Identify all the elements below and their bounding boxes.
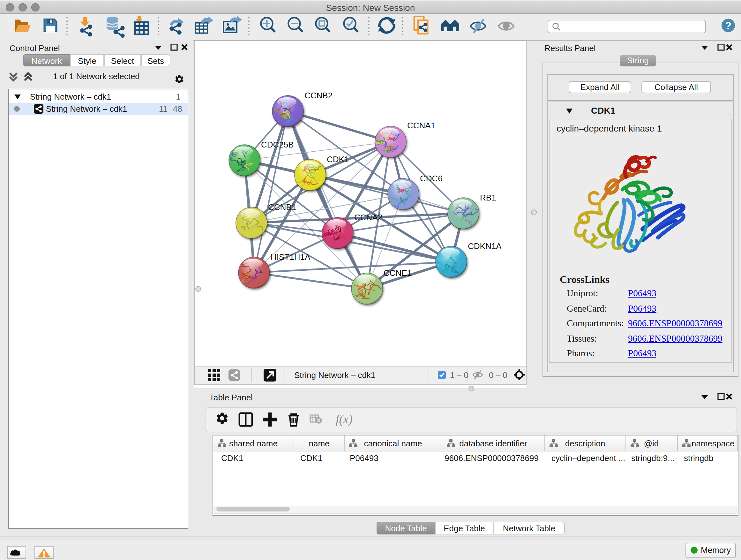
svg-text:RB1: RB1 bbox=[480, 193, 496, 202]
svg-text:String Network – cdk1: String Network – cdk1 bbox=[294, 370, 375, 380]
svg-text:1 – 0: 1 – 0 bbox=[450, 370, 468, 380]
svg-text:CDC6: CDC6 bbox=[420, 174, 443, 183]
svg-text:CDKN1A: CDKN1A bbox=[468, 241, 502, 251]
svg-text:CDC25B: CDC25B bbox=[261, 140, 294, 149]
svg-text:f(x): f(x) bbox=[336, 413, 353, 426]
svg-text:?: ? bbox=[725, 20, 731, 32]
svg-text:0 – 0: 0 – 0 bbox=[489, 370, 508, 380]
svg-text:HIST1H1A: HIST1H1A bbox=[271, 252, 311, 262]
svg-text:CCNA1: CCNA1 bbox=[407, 121, 435, 130]
svg-text:CCNA2: CCNA2 bbox=[354, 212, 382, 222]
svg-text:CCNB2: CCNB2 bbox=[305, 91, 333, 100]
svg-text:CCNB1: CCNB1 bbox=[268, 202, 296, 212]
svg-text:CDK1: CDK1 bbox=[327, 154, 349, 164]
svg-text:CCNE1: CCNE1 bbox=[384, 268, 412, 278]
